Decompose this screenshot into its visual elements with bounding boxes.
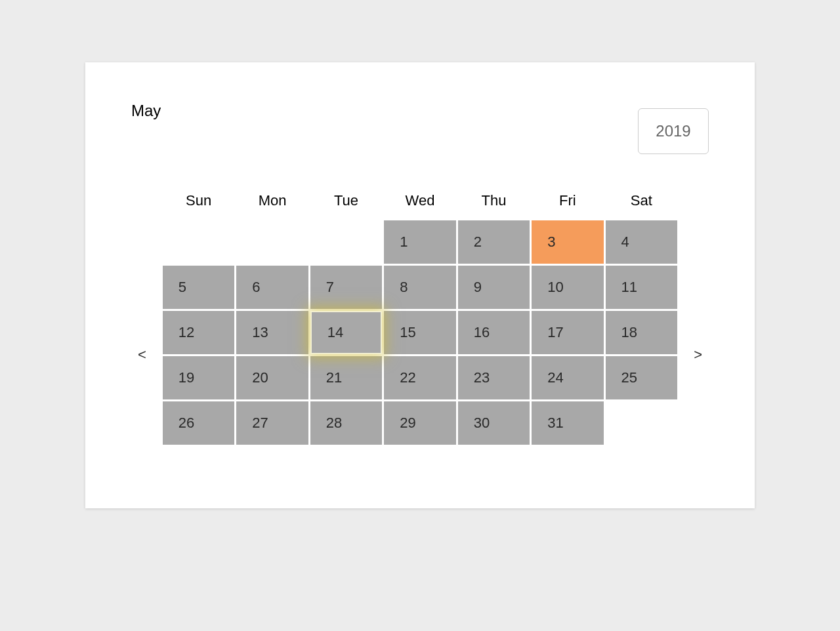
day-cell[interactable]: 7 (310, 266, 382, 309)
day-cell[interactable]: 9 (458, 266, 530, 309)
day-cell[interactable]: 24 (532, 356, 603, 399)
calendar-card: May < Sun Mon Tue Wed Thu Fri Sat 123456… (85, 62, 755, 508)
calendar-grid: Sun Mon Tue Wed Thu Fri Sat 123456789101… (161, 184, 679, 447)
year-input[interactable] (638, 108, 709, 154)
weekday-header: Tue (310, 186, 382, 218)
weekday-header: Wed (384, 186, 455, 218)
empty-cell (163, 220, 234, 264)
month-label: May (131, 102, 161, 120)
calendar-week: 19202122232425 (163, 356, 677, 399)
calendar-week: 1234 (163, 220, 677, 264)
day-cell[interactable]: 4 (606, 220, 678, 264)
day-cell[interactable]: 2 (458, 220, 530, 264)
weekday-header: Thu (458, 186, 530, 218)
day-cell[interactable]: 13 (236, 311, 308, 354)
empty-cell (236, 220, 308, 264)
day-cell[interactable]: 14 (310, 311, 382, 354)
day-cell[interactable]: 1 (384, 220, 455, 264)
day-cell[interactable]: 27 (236, 401, 308, 445)
empty-cell (310, 220, 382, 264)
day-cell[interactable]: 23 (458, 356, 530, 399)
weekday-header: Sat (606, 186, 678, 218)
day-cell[interactable]: 8 (384, 266, 455, 309)
day-cell[interactable]: 31 (532, 401, 603, 445)
calendar-header: May (131, 102, 709, 154)
weekday-header: Mon (236, 186, 308, 218)
day-cell[interactable]: 20 (236, 356, 308, 399)
day-cell[interactable]: 15 (384, 311, 455, 354)
day-cell[interactable]: 16 (458, 311, 530, 354)
day-cell[interactable]: 17 (532, 311, 603, 354)
day-cell[interactable]: 10 (532, 266, 603, 309)
day-cell[interactable]: 30 (458, 401, 530, 445)
next-month-button[interactable]: > (687, 340, 709, 370)
calendar-week: 12131415161718 (163, 311, 677, 354)
day-cell[interactable]: 21 (310, 356, 382, 399)
day-cell[interactable]: 18 (606, 311, 678, 354)
weekday-header: Sun (163, 186, 234, 218)
prev-month-button[interactable]: < (131, 340, 153, 370)
weekday-row: Sun Mon Tue Wed Thu Fri Sat (163, 186, 677, 218)
day-cell[interactable]: 22 (384, 356, 455, 399)
day-cell[interactable]: 28 (310, 401, 382, 445)
empty-cell (606, 401, 678, 445)
day-cell[interactable]: 29 (384, 401, 455, 445)
day-cell[interactable]: 26 (163, 401, 234, 445)
day-cell[interactable]: 3 (532, 220, 603, 264)
day-cell[interactable]: 5 (163, 266, 234, 309)
day-cell[interactable]: 6 (236, 266, 308, 309)
day-cell[interactable]: 19 (163, 356, 234, 399)
calendar-week: 567891011 (163, 266, 677, 309)
weekday-header: Fri (532, 186, 603, 218)
day-cell[interactable]: 12 (163, 311, 234, 354)
calendar-week: 262728293031 (163, 401, 677, 445)
day-cell[interactable]: 25 (606, 356, 678, 399)
day-cell[interactable]: 11 (606, 266, 678, 309)
calendar-body: < Sun Mon Tue Wed Thu Fri Sat 1234567891… (131, 184, 709, 447)
